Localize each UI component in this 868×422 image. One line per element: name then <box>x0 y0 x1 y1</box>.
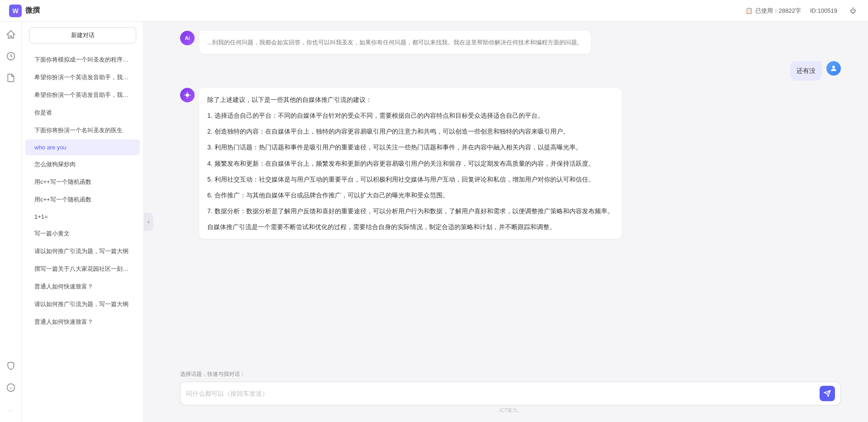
shield-icon[interactable] <box>4 359 18 373</box>
truncated-bubble: ...到我的任何问题，我都会如实回答，你也可以叫我圣友，如果你有任何问题，都可以… <box>199 31 591 54</box>
sidebar-item[interactable]: 希望你扮演一个英语发音助手，我提供给你... <box>25 86 140 104</box>
app-logo: W 微撰 <box>9 5 40 17</box>
sidebar-item[interactable]: 普通人如何快速致富？ <box>25 313 140 331</box>
bottom-badge: ICT算力... <box>180 405 841 415</box>
chat-area: Ai ...到我的任何问题，我都会如实回答，你也可以叫我圣友，如果你有任何问题，… <box>153 22 868 422</box>
chat-messages: Ai ...到我的任何问题，我都会如实回答，你也可以叫我圣友，如果你有任何问题，… <box>153 22 868 366</box>
user-message-row: 还有没 <box>180 61 841 80</box>
ai-message-row: 除了上述建议，以下是一些其他的自媒体推广引流的建议：1. 选择适合自己的平台：不… <box>180 88 841 240</box>
clock-icon[interactable] <box>4 49 18 63</box>
user-avatar <box>826 61 841 76</box>
sidebar-item[interactable]: 1+1= <box>25 209 140 225</box>
id-label: ID:100519 <box>810 7 837 14</box>
main-layout: ... 新建对话 下面你将模拟成一个叫圣友的程序员，我说...希望你扮演一个英语… <box>0 22 868 422</box>
sidebar-list: 下面你将模拟成一个叫圣友的程序员，我说...希望你扮演一个英语发音助手，我提供给… <box>22 49 143 422</box>
sidebar-collapse-button[interactable]: ‹ <box>144 213 153 231</box>
topbar-right: 📋 已使用：28822字 ID:100519 ⏻ <box>745 5 859 17</box>
ai-avatar: Ai <box>180 31 195 45</box>
sidebar-item[interactable]: 下面你将扮演一个名叫圣友的医生 <box>25 122 140 139</box>
input-box <box>180 382 841 405</box>
sidebar-item[interactable]: 用c++写一个随机函数 <box>25 173 140 191</box>
svg-point-5 <box>832 66 835 68</box>
quick-select-label: 选择话题，快速与我对话： <box>180 370 841 378</box>
new-conversation-button[interactable]: 新建对话 <box>29 27 136 43</box>
ai-bubble: 除了上述建议，以下是一些其他的自媒体推广引流的建议：1. 选择适合自己的平台：不… <box>199 88 622 240</box>
version-label: ... <box>4 402 18 417</box>
truncated-ai-message: Ai ...到我的任何问题，我都会如实回答，你也可以叫我圣友，如果你有任何问题，… <box>180 31 841 54</box>
sidebar-item[interactable]: 怎么做狗屎炒肉 <box>25 156 140 173</box>
app-title: 微撰 <box>25 6 40 15</box>
usage-info: 📋 已使用：28822字 <box>745 7 801 15</box>
sidebar-item[interactable]: 请以如何推广引流为题，写一篇大纲 <box>25 243 140 260</box>
home-icon[interactable] <box>4 27 18 42</box>
sidebar-item[interactable]: 下面你将模拟成一个叫圣友的程序员，我说... <box>25 51 140 68</box>
usage-label: 已使用：28822字 <box>755 7 801 15</box>
topbar: W 微撰 📋 已使用：28822字 ID:100519 ⏻ <box>0 0 868 22</box>
ai-avatar <box>180 88 195 102</box>
logo-icon: W <box>9 5 22 17</box>
send-button[interactable] <box>820 386 835 401</box>
doc-icon[interactable] <box>4 71 18 85</box>
sidebar-item[interactable]: 用c++写一个随机函数 <box>25 191 140 208</box>
sidebar-item[interactable]: 普通人如何快速致富？ <box>25 278 140 295</box>
sidebar-item[interactable]: 你是谁 <box>25 104 140 121</box>
sidebar: 新建对话 下面你将模拟成一个叫圣友的程序员，我说...希望你扮演一个英语发音助手… <box>22 22 144 422</box>
svg-point-6 <box>186 93 189 97</box>
sidebar-item[interactable]: 希望你扮演一个英语发音助手，我提供给你... <box>25 69 140 86</box>
svg-marker-0 <box>7 31 14 38</box>
clipboard-icon: 📋 <box>745 7 753 14</box>
chat-input[interactable] <box>186 390 815 397</box>
icon-rail: ... <box>0 22 22 422</box>
power-button[interactable]: ⏻ <box>846 5 859 17</box>
sidebar-item[interactable]: who are you <box>25 139 140 155</box>
sidebar-item[interactable]: 写一篇小黄文 <box>25 225 140 242</box>
user-bubble: 还有没 <box>790 61 822 80</box>
info-icon[interactable] <box>4 380 18 395</box>
chat-input-area: 选择话题，快速与我对话： ICT算力... <box>153 366 868 422</box>
sidebar-item[interactable]: 请以如何推广引流为题，写一篇大纲 <box>25 296 140 313</box>
sidebar-item[interactable]: 撰写一篇关于八大家花园社区一刻钟便民生... <box>25 260 140 278</box>
